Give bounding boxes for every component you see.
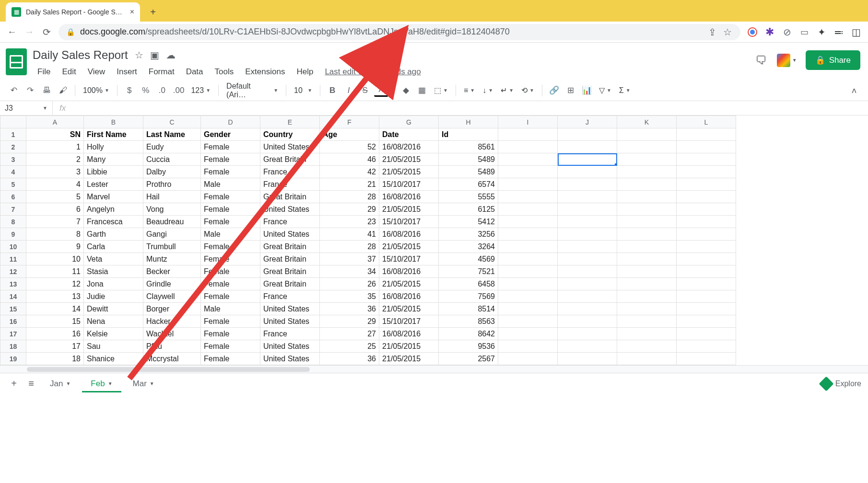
cell[interactable]: Female: [201, 241, 260, 253]
cell[interactable]: 29: [320, 315, 379, 328]
cell[interactable]: 15/10/2017: [379, 315, 439, 328]
cell[interactable]: 16/08/2016: [379, 191, 439, 203]
borders-button[interactable]: ▦: [415, 83, 429, 98]
cell[interactable]: [498, 203, 558, 216]
column-header-B[interactable]: B: [84, 116, 143, 128]
link-button[interactable]: 🔗: [547, 83, 562, 98]
wrap-button[interactable]: ↵▼: [498, 86, 516, 95]
fill-color-button[interactable]: ◆: [399, 83, 413, 98]
column-header-C[interactable]: C: [143, 116, 201, 128]
bookmark-icon[interactable]: ☆: [722, 27, 733, 37]
cell[interactable]: [498, 191, 558, 203]
cell[interactable]: 4569: [439, 253, 498, 265]
cell[interactable]: Garth: [84, 228, 143, 241]
decrease-decimal[interactable]: .0: [155, 83, 169, 98]
cell[interactable]: Francesca: [84, 216, 143, 228]
column-header-E[interactable]: E: [260, 116, 320, 128]
cell[interactable]: [617, 141, 677, 153]
cell[interactable]: France: [260, 328, 320, 340]
cell[interactable]: Libbie: [84, 166, 143, 178]
cell[interactable]: Id: [439, 128, 498, 141]
cell[interactable]: 3: [26, 166, 84, 178]
cell[interactable]: Shanice: [84, 353, 143, 365]
cell[interactable]: Female: [201, 191, 260, 203]
cell[interactable]: [498, 265, 558, 278]
address-bar[interactable]: 🔒 docs.google.com/spreadsheets/d/10LRv-C…: [59, 24, 740, 40]
cell[interactable]: Female: [201, 153, 260, 166]
column-header-L[interactable]: L: [677, 116, 736, 128]
last-edit-link[interactable]: Last edit was seconds ago: [325, 67, 421, 77]
cell[interactable]: 26: [320, 278, 379, 290]
cell[interactable]: 1: [26, 141, 84, 153]
share-url-icon[interactable]: ⇪: [707, 27, 717, 37]
cell[interactable]: [617, 178, 677, 191]
cell[interactable]: Country: [260, 128, 320, 141]
row-header[interactable]: 4: [0, 166, 26, 178]
cell[interactable]: 15/10/2017: [379, 253, 439, 265]
text-color-button[interactable]: A: [374, 84, 388, 97]
menu-view[interactable]: View: [83, 65, 110, 79]
cell[interactable]: [677, 265, 736, 278]
forward-button[interactable]: →: [24, 27, 35, 37]
cell[interactable]: Dalby: [143, 166, 201, 178]
reload-button[interactable]: ⟳: [41, 27, 52, 37]
cell[interactable]: Sau: [84, 340, 143, 353]
cell[interactable]: 12: [26, 278, 84, 290]
cell[interactable]: 3264: [439, 241, 498, 253]
cell[interactable]: 2: [26, 153, 84, 166]
undo-button[interactable]: ↶: [7, 83, 21, 98]
cell[interactable]: France: [260, 290, 320, 303]
cell[interactable]: 21/05/2015: [379, 353, 439, 365]
cell[interactable]: [558, 253, 617, 265]
cell[interactable]: [677, 241, 736, 253]
cell[interactable]: 46: [320, 153, 379, 166]
column-header-F[interactable]: F: [320, 116, 379, 128]
cell[interactable]: Great Britain: [260, 265, 320, 278]
cell[interactable]: [617, 315, 677, 328]
cell[interactable]: [498, 340, 558, 353]
cell[interactable]: Great Britain: [260, 191, 320, 203]
cell[interactable]: 8642: [439, 328, 498, 340]
cell[interactable]: 15: [26, 315, 84, 328]
row-header[interactable]: 12: [0, 265, 26, 278]
row-header[interactable]: 15: [0, 303, 26, 315]
cell[interactable]: 28: [320, 191, 379, 203]
extensions-puzzle-icon[interactable]: ✦: [816, 27, 827, 37]
row-header[interactable]: 16: [0, 315, 26, 328]
extension-icon-4[interactable]: ▭: [799, 27, 809, 37]
rotate-button[interactable]: ⟲▼: [518, 86, 537, 95]
column-header-H[interactable]: H: [439, 116, 498, 128]
cell[interactable]: [558, 353, 617, 365]
cell[interactable]: [617, 166, 677, 178]
add-sheet-button[interactable]: +: [7, 377, 21, 391]
cell[interactable]: Female: [201, 166, 260, 178]
cell[interactable]: Hail: [143, 191, 201, 203]
cell[interactable]: Many: [84, 153, 143, 166]
scrollbar-thumb[interactable]: [27, 367, 310, 372]
cell[interactable]: [558, 203, 617, 216]
cell[interactable]: First Name: [84, 128, 143, 141]
cell[interactable]: [677, 141, 736, 153]
cell[interactable]: [677, 178, 736, 191]
cell[interactable]: Pfau: [143, 340, 201, 353]
sheet-tab-mar[interactable]: Mar ▼: [124, 375, 163, 392]
menu-extensions[interactable]: Extensions: [240, 65, 290, 79]
cell[interactable]: [617, 253, 677, 265]
cell[interactable]: France: [260, 166, 320, 178]
comments-icon[interactable]: 🗨: [754, 53, 768, 68]
cell[interactable]: [558, 328, 617, 340]
cell[interactable]: United States: [260, 228, 320, 241]
cell[interactable]: Female: [201, 353, 260, 365]
cell[interactable]: Marvel: [84, 191, 143, 203]
cell[interactable]: Beaudreau: [143, 216, 201, 228]
cell[interactable]: [617, 265, 677, 278]
cell[interactable]: 37: [320, 253, 379, 265]
column-header-J[interactable]: J: [558, 116, 617, 128]
select-all-corner[interactable]: [0, 116, 26, 128]
cell[interactable]: Female: [201, 328, 260, 340]
back-button[interactable]: ←: [7, 27, 17, 37]
cell[interactable]: 16/08/2016: [379, 265, 439, 278]
cell[interactable]: [558, 265, 617, 278]
paint-format-button[interactable]: 🖌: [56, 83, 70, 98]
cell[interactable]: [558, 216, 617, 228]
